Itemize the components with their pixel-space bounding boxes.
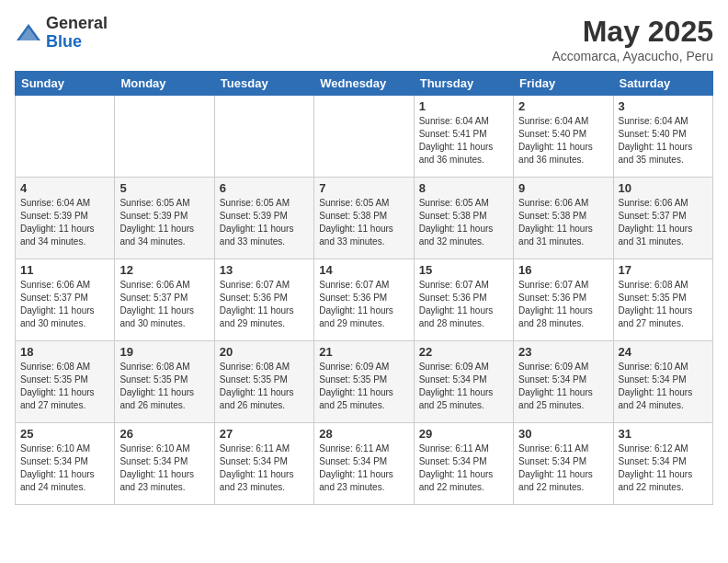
- day-number: 2: [518, 99, 608, 113]
- day-number: 20: [220, 345, 309, 359]
- day-number: 27: [220, 427, 309, 441]
- cell-info: Sunrise: 6:05 AM Sunset: 5:39 PM Dayligh…: [220, 197, 309, 248]
- day-number: 22: [419, 345, 508, 359]
- calendar-table: Sunday Monday Tuesday Wednesday Thursday…: [15, 71, 713, 505]
- table-row: 9Sunrise: 6:06 AM Sunset: 5:38 PM Daylig…: [514, 178, 613, 259]
- day-number: 13: [220, 263, 309, 277]
- day-number: 6: [220, 181, 309, 195]
- day-number: 17: [619, 263, 708, 277]
- table-row: [214, 96, 313, 178]
- cell-info: Sunrise: 6:09 AM Sunset: 5:34 PM Dayligh…: [419, 361, 508, 412]
- cell-info: Sunrise: 6:10 AM Sunset: 5:34 PM Dayligh…: [619, 361, 708, 412]
- table-row: 18Sunrise: 6:08 AM Sunset: 5:35 PM Dayli…: [16, 341, 115, 423]
- table-row: 13Sunrise: 6:07 AM Sunset: 5:36 PM Dayli…: [214, 259, 313, 341]
- cell-info: Sunrise: 6:11 AM Sunset: 5:34 PM Dayligh…: [220, 442, 309, 494]
- day-number: 14: [319, 263, 408, 277]
- col-saturday: Saturday: [613, 72, 712, 96]
- table-row: 15Sunrise: 6:07 AM Sunset: 5:36 PM Dayli…: [414, 259, 513, 341]
- table-row: 7Sunrise: 6:05 AM Sunset: 5:38 PM Daylig…: [314, 178, 414, 259]
- day-number: 18: [20, 345, 109, 359]
- title-block: May 2025 Accomarca, Ayacucho, Peru: [552, 15, 713, 63]
- table-row: 2Sunrise: 6:04 AM Sunset: 5:40 PM Daylig…: [514, 96, 613, 178]
- cell-info: Sunrise: 6:06 AM Sunset: 5:37 PM Dayligh…: [119, 279, 209, 330]
- col-monday: Monday: [115, 72, 214, 96]
- table-row: 1Sunrise: 6:04 AM Sunset: 5:41 PM Daylig…: [414, 96, 513, 178]
- day-number: 21: [319, 345, 408, 359]
- calendar-week-row: 18Sunrise: 6:08 AM Sunset: 5:35 PM Dayli…: [16, 341, 713, 423]
- table-row: 26Sunrise: 6:10 AM Sunset: 5:34 PM Dayli…: [115, 423, 214, 505]
- day-number: 3: [619, 99, 708, 113]
- page-header: General Blue May 2025 Accomarca, Ayacuch…: [15, 15, 713, 63]
- table-row: 6Sunrise: 6:05 AM Sunset: 5:39 PM Daylig…: [214, 178, 313, 259]
- cell-info: Sunrise: 6:04 AM Sunset: 5:39 PM Dayligh…: [20, 197, 109, 248]
- table-row: 23Sunrise: 6:09 AM Sunset: 5:34 PM Dayli…: [514, 341, 613, 423]
- col-sunday: Sunday: [16, 72, 115, 96]
- table-row: 29Sunrise: 6:11 AM Sunset: 5:34 PM Dayli…: [414, 423, 513, 505]
- table-row: 17Sunrise: 6:08 AM Sunset: 5:35 PM Dayli…: [613, 259, 712, 341]
- cell-info: Sunrise: 6:11 AM Sunset: 5:34 PM Dayligh…: [419, 442, 508, 494]
- cell-info: Sunrise: 6:04 AM Sunset: 5:40 PM Dayligh…: [518, 115, 608, 167]
- cell-info: Sunrise: 6:10 AM Sunset: 5:34 PM Dayligh…: [20, 442, 109, 494]
- table-row: 28Sunrise: 6:11 AM Sunset: 5:34 PM Dayli…: [314, 423, 414, 505]
- day-number: 4: [20, 181, 109, 195]
- location-text: Accomarca, Ayacucho, Peru: [552, 49, 713, 63]
- day-number: 31: [619, 427, 708, 441]
- table-row: [16, 96, 115, 178]
- table-row: 14Sunrise: 6:07 AM Sunset: 5:36 PM Dayli…: [314, 259, 414, 341]
- cell-info: Sunrise: 6:06 AM Sunset: 5:37 PM Dayligh…: [619, 197, 708, 248]
- cell-info: Sunrise: 6:07 AM Sunset: 5:36 PM Dayligh…: [518, 279, 608, 330]
- table-row: 3Sunrise: 6:04 AM Sunset: 5:40 PM Daylig…: [613, 96, 712, 178]
- cell-info: Sunrise: 6:07 AM Sunset: 5:36 PM Dayligh…: [220, 279, 309, 330]
- table-row: 22Sunrise: 6:09 AM Sunset: 5:34 PM Dayli…: [414, 341, 513, 423]
- logo-icon: [15, 22, 42, 44]
- cell-info: Sunrise: 6:07 AM Sunset: 5:36 PM Dayligh…: [419, 279, 508, 330]
- cell-info: Sunrise: 6:12 AM Sunset: 5:34 PM Dayligh…: [619, 442, 708, 494]
- table-row: 21Sunrise: 6:09 AM Sunset: 5:35 PM Dayli…: [314, 341, 414, 423]
- table-row: 24Sunrise: 6:10 AM Sunset: 5:34 PM Dayli…: [613, 341, 712, 423]
- cell-info: Sunrise: 6:05 AM Sunset: 5:39 PM Dayligh…: [119, 197, 209, 248]
- day-number: 5: [119, 181, 209, 195]
- table-row: 27Sunrise: 6:11 AM Sunset: 5:34 PM Dayli…: [214, 423, 313, 505]
- day-number: 29: [419, 427, 508, 441]
- day-number: 26: [119, 427, 209, 441]
- day-number: 30: [518, 427, 608, 441]
- calendar-header-row: Sunday Monday Tuesday Wednesday Thursday…: [16, 72, 713, 96]
- cell-info: Sunrise: 6:07 AM Sunset: 5:36 PM Dayligh…: [319, 279, 408, 330]
- table-row: 30Sunrise: 6:11 AM Sunset: 5:34 PM Dayli…: [514, 423, 613, 505]
- logo-blue-text: Blue: [46, 33, 108, 52]
- logo-general-text: General: [46, 15, 108, 33]
- cell-info: Sunrise: 6:06 AM Sunset: 5:37 PM Dayligh…: [20, 279, 109, 330]
- table-row: 5Sunrise: 6:05 AM Sunset: 5:39 PM Daylig…: [115, 178, 214, 259]
- table-row: 19Sunrise: 6:08 AM Sunset: 5:35 PM Dayli…: [115, 341, 214, 423]
- day-number: 7: [319, 181, 408, 195]
- day-number: 24: [619, 345, 708, 359]
- table-row: 4Sunrise: 6:04 AM Sunset: 5:39 PM Daylig…: [16, 178, 115, 259]
- cell-info: Sunrise: 6:04 AM Sunset: 5:41 PM Dayligh…: [419, 115, 508, 167]
- cell-info: Sunrise: 6:11 AM Sunset: 5:34 PM Dayligh…: [518, 442, 608, 494]
- cell-info: Sunrise: 6:08 AM Sunset: 5:35 PM Dayligh…: [20, 361, 109, 412]
- day-number: 19: [119, 345, 209, 359]
- cell-info: Sunrise: 6:08 AM Sunset: 5:35 PM Dayligh…: [619, 279, 708, 330]
- calendar-week-row: 25Sunrise: 6:10 AM Sunset: 5:34 PM Dayli…: [16, 423, 713, 505]
- cell-info: Sunrise: 6:08 AM Sunset: 5:35 PM Dayligh…: [220, 361, 309, 412]
- cell-info: Sunrise: 6:09 AM Sunset: 5:34 PM Dayligh…: [518, 361, 608, 412]
- day-number: 25: [20, 427, 109, 441]
- calendar-week-row: 1Sunrise: 6:04 AM Sunset: 5:41 PM Daylig…: [16, 96, 713, 178]
- cell-info: Sunrise: 6:11 AM Sunset: 5:34 PM Dayligh…: [319, 442, 408, 494]
- day-number: 8: [419, 181, 508, 195]
- table-row: 11Sunrise: 6:06 AM Sunset: 5:37 PM Dayli…: [16, 259, 115, 341]
- cell-info: Sunrise: 6:09 AM Sunset: 5:35 PM Dayligh…: [319, 361, 408, 412]
- col-thursday: Thursday: [414, 72, 513, 96]
- table-row: 12Sunrise: 6:06 AM Sunset: 5:37 PM Dayli…: [115, 259, 214, 341]
- month-title: May 2025: [552, 15, 713, 49]
- day-number: 9: [518, 181, 608, 195]
- col-friday: Friday: [514, 72, 613, 96]
- calendar-week-row: 4Sunrise: 6:04 AM Sunset: 5:39 PM Daylig…: [16, 178, 713, 259]
- day-number: 12: [119, 263, 209, 277]
- cell-info: Sunrise: 6:10 AM Sunset: 5:34 PM Dayligh…: [119, 442, 209, 494]
- logo: General Blue: [15, 15, 108, 52]
- cell-info: Sunrise: 6:06 AM Sunset: 5:38 PM Dayligh…: [518, 197, 608, 248]
- table-row: [314, 96, 414, 178]
- table-row: 16Sunrise: 6:07 AM Sunset: 5:36 PM Dayli…: [514, 259, 613, 341]
- table-row: 31Sunrise: 6:12 AM Sunset: 5:34 PM Dayli…: [613, 423, 712, 505]
